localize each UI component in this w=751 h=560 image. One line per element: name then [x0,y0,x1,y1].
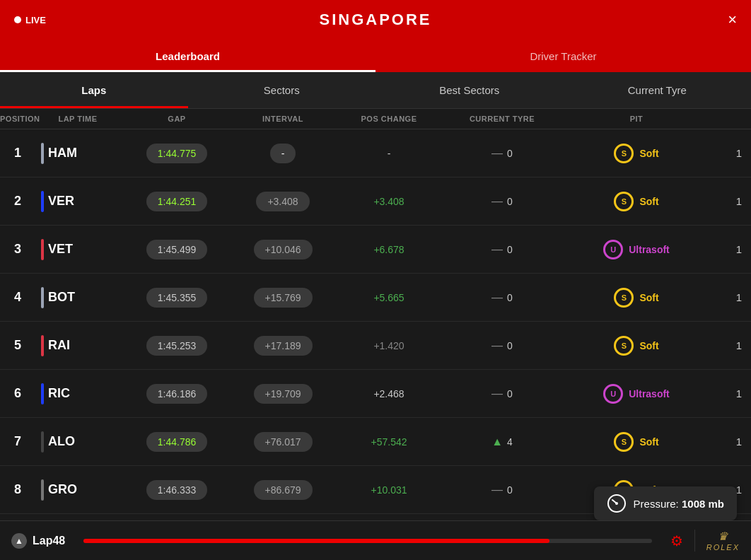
laptime-value: 1:44.251 [146,192,208,211]
position-cell: 3 [0,242,35,257]
team-bar [41,239,44,260]
tyre-cell: S Soft [559,288,714,308]
tyre-cell: U Ultrasoft [559,384,714,404]
pressure-label: Pressure: 1008 mb [634,498,724,510]
pos-arrow-up-icon: ▲ [491,436,503,448]
laptime-cell: 1:46.186 [120,384,233,404]
team-bar [41,191,44,212]
team-bar [41,383,44,404]
lap-label: Lap48 [33,535,65,547]
position-cell: 5 [0,338,35,353]
tab-driver-tracker[interactable]: Driver Tracker [376,40,751,72]
position-cell: 4 [0,290,35,305]
interval-cell: - [332,147,446,159]
position-cell: 7 [0,434,35,449]
pit-cell: 1 [714,195,751,207]
tyre-name: Ultrasoft [629,244,670,255]
laptime-value: 1:44.775 [146,144,208,163]
driver-name: ALO [48,434,75,449]
driver-name: RAI [48,338,70,353]
pos-change-cell: ▲ 4 [446,436,559,448]
driver-name: RIC [48,386,70,401]
pos-change-value: 0 [507,244,513,255]
pos-arrow-neutral-icon: — [491,195,503,208]
pos-change-cell: — 0 [446,484,559,496]
pos-arrow-neutral-icon: — [491,339,503,352]
header: LIVE SINGAPORE × [0,0,751,40]
sub-tabs: Laps Sectors Best Sectors Current Tyre [0,72,751,109]
pos-change-value: 4 [507,436,513,448]
tyre-icon: U [603,240,623,259]
position-cell: 1 [0,146,35,161]
col-gap: GAP [120,115,233,123]
live-label: LIVE [25,15,46,25]
tyre-cell: U Ultrasoft [559,240,714,259]
col-pit: PIT [559,115,714,123]
interval-value: +1.420 [373,340,404,351]
pos-change-cell: — 0 [446,387,559,400]
table-row: 1 HAM 1:44.775 - - — 0 S Soft 1 [0,129,751,177]
laptime-cell: 1:45.499 [120,240,233,259]
tyre-cell: S Soft [559,144,714,163]
position-cell: 8 [0,482,35,497]
pos-change-value: 0 [507,292,513,303]
laptime-cell: 1:45.253 [120,336,233,356]
pos-change-value: 0 [507,196,513,207]
gap-value: +76.017 [254,432,313,452]
lap-button[interactable]: ▲ Lap48 [0,533,76,549]
tyre-icon: U [603,384,623,404]
driver-name: GRO [48,482,77,497]
col-pos-change: POS CHANGE [332,115,446,123]
pressure-tooltip: Pressure: 1008 mb [594,486,737,520]
settings-button[interactable]: ⚙ [659,532,694,549]
tab-leaderboard[interactable]: Leaderboard [0,40,376,72]
tyre-icon: S [614,192,634,211]
subtab-current-tyre[interactable]: Current Tyre [564,72,752,108]
interval-cell: +6.678 [332,243,446,255]
subtab-best-sectors[interactable]: Best Sectors [376,72,564,108]
pos-change-cell: — 0 [446,195,559,208]
interval-cell: +2.468 [332,387,446,399]
subtab-sectors[interactable]: Sectors [188,72,376,108]
tyre-name: Soft [639,436,658,448]
laptime-cell: 1:44.786 [120,432,233,452]
team-bar [41,431,44,453]
tyre-name: Soft [639,196,658,207]
subtab-laps[interactable]: Laps [0,72,188,108]
svg-point-1 [615,502,618,505]
interval-cell: +5.665 [332,291,446,303]
tyre-icon: S [614,144,634,163]
col-interval: INTERVAL [233,115,332,123]
gap-cell: +76.017 [233,432,332,452]
interval-value: +57.542 [371,436,407,448]
laptime-cell: 1:46.333 [120,480,233,500]
pos-change-cell: — 0 [446,243,559,256]
position-cell: 6 [0,386,35,401]
speedometer-icon [607,494,627,513]
tyre-cell: S Soft [559,192,714,211]
table-row: 5 RAI 1:45.253 +17.189 +1.420 — 0 S Soft… [0,322,751,370]
laptime-value: 1:45.499 [146,240,208,259]
team-bar [41,335,44,356]
gap-cell: +17.189 [233,336,332,356]
pit-cell: 1 [714,147,751,159]
expand-icon: ▲ [11,533,27,549]
gap-value: +15.769 [254,288,313,308]
tyre-icon: S [614,432,634,452]
tyre-cell: S Soft [559,336,714,356]
pos-change-cell: — 0 [446,339,559,352]
team-bar [41,479,44,501]
pit-cell: 1 [714,339,751,351]
pos-arrow-neutral-icon: — [491,387,503,400]
driver-cell: ALO [35,431,120,453]
gap-cell: +86.679 [233,480,332,500]
interval-cell: +1.420 [332,339,446,351]
laptime-value: 1:44.786 [146,432,208,452]
table-row: 3 VET 1:45.499 +10.046 +6.678 — 0 U Ultr… [0,226,751,274]
col-current-tyre: CURRENT TYRE [446,115,559,123]
pos-arrow-neutral-icon: — [491,484,503,496]
close-button[interactable]: × [728,11,737,29]
driver-cell: BOT [35,287,120,308]
laptime-cell: 1:45.355 [120,288,233,308]
position-cell: 2 [0,194,35,209]
